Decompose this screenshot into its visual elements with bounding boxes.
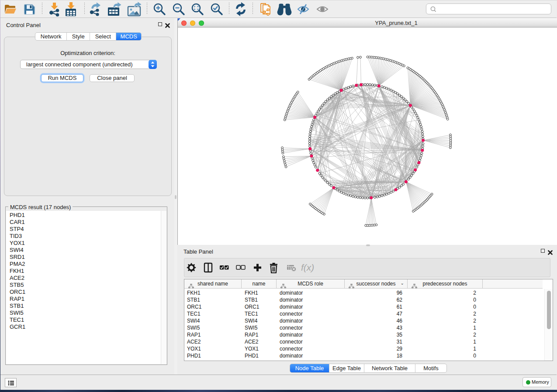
svg-text:f(x): f(x): [301, 262, 314, 272]
